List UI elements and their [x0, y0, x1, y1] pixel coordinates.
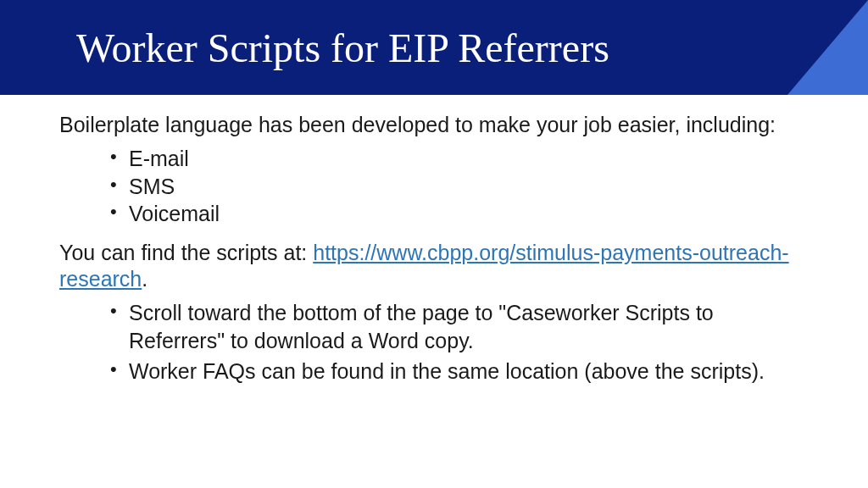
find-prefix: You can find the scripts at:: [59, 241, 313, 264]
slide-title: Worker Scripts for EIP Referrers: [76, 25, 609, 71]
find-scripts-text: You can find the scripts at: https://www…: [59, 240, 809, 293]
slide-header: Worker Scripts for EIP Referrers: [0, 0, 868, 95]
intro-text: Boilerplate language has been developed …: [59, 112, 809, 138]
list-item: Voicemail: [110, 200, 809, 228]
list-item: E-mail: [110, 145, 809, 173]
instructions-list: Scroll toward the bottom of the page to …: [110, 299, 809, 385]
header-accent-triangle: [787, 0, 868, 95]
list-item: Worker FAQs can be found in the same loc…: [110, 358, 809, 385]
find-suffix: .: [142, 267, 147, 291]
list-item: SMS: [110, 173, 809, 201]
channels-list: E-mail SMS Voicemail: [110, 145, 809, 228]
list-item: Scroll toward the bottom of the page to …: [110, 299, 809, 354]
slide-content: Boilerplate language has been developed …: [0, 95, 868, 406]
